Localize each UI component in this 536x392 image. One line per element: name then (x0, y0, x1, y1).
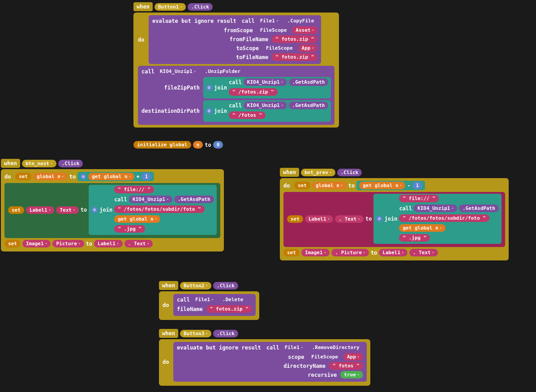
kio4-pill[interactable]: KIO4_Unzip1 ▾ (129, 196, 172, 203)
delete-pill[interactable]: .Delete (219, 296, 247, 303)
call-inner-2: call (229, 102, 242, 109)
file1-pill-4[interactable]: File1 ▾ (192, 296, 217, 303)
button1-pill[interactable]: Button1 ▾ (154, 3, 186, 11)
fromscope-label: fromScope (224, 27, 255, 34)
click-pill-2[interactable]: .Click (58, 160, 83, 167)
click-pill-5[interactable]: .Click (213, 330, 238, 337)
set-label-2: set (15, 173, 31, 180)
minus-label: - (407, 183, 410, 189)
getasdpath-pill-3[interactable]: .GetAsdPath (174, 196, 214, 203)
kio5-pill[interactable]: KIO4_Unzip1 ▾ (414, 205, 457, 212)
click-pill-1[interactable]: .Click (188, 3, 213, 11)
button2-pill[interactable]: Button2 ▾ (180, 282, 211, 290)
call-inner-4: call (399, 205, 412, 212)
join-label-3: join (99, 207, 112, 213)
label1-pill-2[interactable]: Label1 ▾ (26, 206, 55, 214)
get-global-n-pill-5[interactable]: get global n ▾ (399, 224, 445, 232)
app-pill-5[interactable]: App ▾ (343, 353, 363, 361)
file-slash-str-2: " file:// " (114, 186, 154, 193)
click-pill-3[interactable]: .Click (337, 169, 362, 176)
removedir-pill[interactable]: .RemoveDirectory (309, 344, 363, 351)
file1-pill-5[interactable]: File1 ▾ (281, 344, 307, 351)
image1-pill-2[interactable]: Image1 ▾ (22, 240, 51, 247)
when-label-5: when (159, 329, 178, 338)
filezippath-label: fileZipPath (164, 85, 202, 91)
text2-pill-2[interactable]: . Text ▾ (124, 240, 153, 247)
true-pill-5[interactable]: true ▾ (340, 371, 363, 379)
file-slash-str-3: " file:// " (399, 195, 439, 202)
n-pill[interactable]: n (193, 141, 203, 149)
picture-pill-3[interactable]: . Picture ▾ (331, 249, 369, 256)
getasdpath-pill-4[interactable]: .GetAsdPath (459, 205, 499, 212)
getasdpath-pill-2[interactable]: .GetAsdPath (289, 102, 329, 109)
gear-icon-4: ⚙ (91, 207, 98, 213)
app-pill-1[interactable]: App ▾ (298, 44, 318, 52)
fotos-zip-str-4: " fotos.zip " (206, 305, 252, 313)
gear-icon-1: ⚙ (206, 85, 212, 91)
btn-next-pill[interactable]: btn_next ▾ (22, 160, 56, 167)
kio3-pill[interactable]: KIO4_Unzip1 ▾ (244, 102, 287, 109)
to-label-3c: to (371, 250, 377, 256)
fotos-zip-str-1: " fotos.zip " (272, 35, 317, 43)
fotos-zip-slash-str: " /fotos.zip " (229, 88, 278, 96)
text-pill-2[interactable]: Text ▾ (56, 206, 78, 214)
get-global-n-pill-3[interactable]: get global n ▾ (114, 215, 160, 223)
filescope-asset-pill[interactable]: FileScope (257, 26, 291, 34)
set-label-3: set (294, 182, 310, 189)
destdirpath-label: destinationDirPath (142, 108, 202, 114)
call-label-4: call (177, 297, 190, 303)
to-label-3: to (348, 183, 355, 189)
to-label-2b: to (81, 207, 87, 213)
getasdpath-pill-1[interactable]: .GetAsdPath (289, 78, 329, 86)
text-pill-3[interactable]: . Text ▾ (335, 215, 364, 223)
click-pill-4[interactable]: .Click (213, 282, 238, 290)
asset-pill[interactable]: Asset ▾ (292, 26, 317, 34)
global-n-pill-3[interactable]: global n ▾ (312, 182, 347, 189)
gear-icon-3: ⚙ (80, 174, 86, 180)
to-label-2: to (69, 174, 76, 180)
file1-pill-1[interactable]: File1 ▾ (257, 17, 282, 25)
when-label-2: when (1, 159, 20, 168)
label1b-pill-3[interactable]: Label1 ▾ (379, 249, 407, 256)
filename-label-4: fileName (177, 306, 205, 312)
filescope-pill-5[interactable]: FileScope (308, 353, 342, 361)
global-n-pill-2[interactable]: global n ▾ (33, 173, 68, 180)
button3-pill[interactable]: Button3 ▾ (180, 330, 211, 337)
label1-pill-3[interactable]: Label1 ▾ (305, 215, 334, 223)
text2-pill-3[interactable]: . Text ▾ (409, 249, 438, 256)
image1-pill-3[interactable]: Image1 ▾ (301, 249, 330, 256)
fotos-slash-str: " /fotos " (229, 111, 266, 119)
gear-icon-2: ⚙ (206, 108, 212, 114)
to-label-init: to (205, 142, 211, 148)
picture-pill-2[interactable]: Picture ▾ (52, 240, 84, 247)
evaluate-label-5: evaluate but ignore result (177, 345, 261, 351)
copyfile-pill[interactable]: .CopyFile (284, 17, 318, 25)
get-global-n-pill-2[interactable]: get global n ▾ (88, 173, 134, 180)
label1b-pill-2[interactable]: Label1 ▾ (94, 240, 123, 247)
block2-group: when btn_next ▾ .Click do set global n ▾… (1, 159, 224, 251)
fromfilename-label: fromFileName (230, 36, 270, 43)
when-label-4: when (159, 281, 178, 290)
kio2-pill[interactable]: KIO4_Unzip1 ▾ (244, 78, 287, 86)
block3-group: when bnt_prev ▾ .Click do set global n ▾… (280, 168, 509, 260)
dirname-label-5: directoryName (283, 363, 327, 369)
set-label-2b: set (8, 206, 24, 214)
plus-label: + (136, 174, 139, 180)
one-pill-2: 1 (142, 173, 152, 180)
do-label-3: do (283, 183, 292, 189)
call-inner-1: call (229, 79, 242, 85)
unzip-pill[interactable]: .UnzipFolder (202, 68, 244, 75)
do-label-2: do (4, 174, 13, 180)
join-label-1: join (214, 85, 227, 91)
fotos-subdir-str-3: " /fotos/fotos/subdir/foto " (399, 214, 489, 222)
tofilename-label: toFileName (236, 54, 270, 60)
kio1-pill[interactable]: KIO4_Unzip1 ▾ (156, 68, 200, 75)
filescope-app-pill[interactable]: FileScope (262, 44, 296, 52)
scope-label-5: scope (288, 354, 306, 360)
fotos-str-5: " fotos " (329, 362, 363, 370)
get-global-n-pill-4[interactable]: get global n ▾ (359, 182, 405, 189)
block4-group: when Button2 ▾ .Click do call File1 ▾ .D… (159, 281, 259, 320)
init-label: initialize global (133, 141, 191, 149)
bnt-prev-pill[interactable]: bnt_prev ▾ (301, 169, 335, 176)
call-inner-3: call (114, 196, 127, 203)
